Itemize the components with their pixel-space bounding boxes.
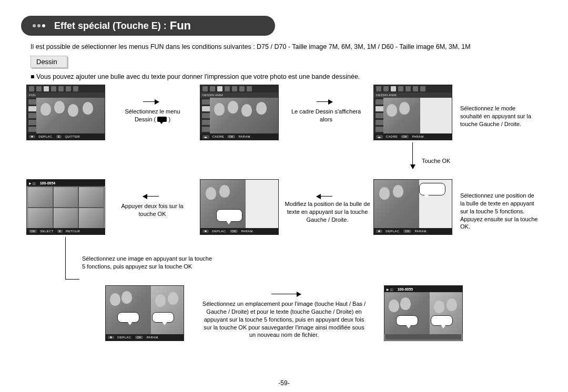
speech-bubble <box>431 315 453 326</box>
lcd-step-place-image: ⯁DEPLAC. OKPARAM. <box>105 285 184 341</box>
lcd-botbar: ⯁DEPLAC. OKPARAM. <box>200 228 278 234</box>
section-label-dessin: Dessin <box>31 56 67 68</box>
speech-bubble-icon <box>157 117 167 122</box>
arrow-down-icon <box>412 142 413 169</box>
caption-save-new-file: Sélectionnez un emplacement pour l'image… <box>195 300 373 339</box>
lcd-photo <box>384 292 462 334</box>
caption-select-image: Sélectionnez une image en appuyant sur l… <box>82 255 240 271</box>
lcd-botbar: OKSELECT. ERETOUR <box>27 228 105 234</box>
lcd-subbar: DESSIN ANIM <box>374 92 452 98</box>
caption-move-bubble: Modifiez la position de la bulle de text… <box>281 200 373 224</box>
caption-step-3: Sélectionnez le mode souhaité en appuyan… <box>460 105 550 128</box>
intro-text: Il est possible de sélectionner les menu… <box>31 43 547 50</box>
manual-page: Effet spécial (Touche E) : Fun Il est po… <box>0 0 568 392</box>
lcd-botbar: ⯁DEPLAC. EQUITTER <box>27 133 105 140</box>
page-title-pill: Effet spécial (Touche E) : Fun <box>21 16 275 36</box>
caption-step-1: Sélectionnez le menu Dessin ( ) <box>110 108 195 123</box>
lcd-photo <box>210 98 278 133</box>
lcd-step-3: DESSIN ANIM ◂▸CADRE OKPARAM. <box>373 85 452 140</box>
lcd-photo <box>36 98 105 133</box>
lcd-topbar: ▶ ◫ 100-0054 <box>27 180 105 186</box>
lcd-step-saved: ▶ ◫ 100-0055 <box>384 285 463 341</box>
flow-diagram: FUN ⯁DEPLAC. EQUITTER DESSIN ANIM ◂▸CADR… <box>21 81 547 355</box>
lcd-botbar <box>384 334 462 341</box>
lcd-botbar: ◂▸CADRE OKPARAM. <box>374 133 452 140</box>
lcd-step-1: FUN ⯁DEPLAC. EQUITTER <box>26 85 105 140</box>
arrow-right-icon <box>143 101 159 102</box>
lcd-topbar <box>200 85 278 92</box>
lcd-step-image-select: ▶ ◫ 100-0054 OKSELECT. ERETOUR <box>26 179 105 235</box>
page-title-sub: Fun <box>170 19 191 33</box>
page-title-main: Effet spécial (Touche E) : <box>54 20 167 32</box>
lcd-botbar: ⯁DEPLAC. OKPARAM. <box>374 228 452 234</box>
bullet-text: Vous pouvez ajouter une bulle avec du te… <box>36 73 360 80</box>
bullet-line: ■ Vous pouvez ajouter une bulle avec du … <box>31 73 547 80</box>
lcd-photo <box>383 98 452 133</box>
caption-touche-ok: Touche OK <box>422 157 450 165</box>
lcd-botbar: ⯁DEPLAC. OKPARAM. <box>106 334 184 341</box>
lcd-photo <box>200 180 278 228</box>
title-decor-dots <box>33 24 47 27</box>
speech-bubble <box>396 315 418 326</box>
caption-select-bubble-pos: Sélectionnez une position de la bulle de… <box>460 192 552 231</box>
lcd-botbar: ◂▸CADRE OKPARAM. <box>200 133 278 140</box>
lcd-subbar: DESSIN ANIM <box>200 92 278 98</box>
speech-bubble <box>152 312 174 323</box>
lcd-step-2: DESSIN ANIM ◂▸CADRE OKPARAM. <box>200 85 279 140</box>
lcd-step-bubble-move: ⯁DEPLAC. OKPARAM. <box>200 179 279 235</box>
lcd-step-bubble-pos: ⯁DEPLAC. OKPARAM. <box>373 179 452 235</box>
lcd-topbar: ▶ ◫ 100-0055 <box>384 286 462 292</box>
lcd-image-grid <box>28 187 104 228</box>
lcd-photo <box>106 286 184 334</box>
arrow-left-icon <box>317 196 332 197</box>
lcd-topbar <box>374 85 452 92</box>
lcd-photo <box>374 180 452 228</box>
arrow-right-icon <box>317 101 332 102</box>
caption-press-ok-twice: Appuyer deux fois sur latouche OK <box>111 202 193 218</box>
lcd-subbar: FUN <box>27 92 105 98</box>
caption-step-2: Le cadre Dessin s'afficheraalors <box>284 108 368 123</box>
speech-bubble <box>419 183 445 195</box>
speech-bubble <box>117 312 139 323</box>
corner-connector <box>65 237 79 280</box>
arrow-right-icon <box>271 294 301 294</box>
page-number: -59- <box>0 379 568 387</box>
lcd-topbar <box>27 85 105 92</box>
arrow-left-icon <box>143 196 159 197</box>
bullet-square-icon: ■ <box>31 73 36 80</box>
speech-bubble <box>216 209 242 222</box>
